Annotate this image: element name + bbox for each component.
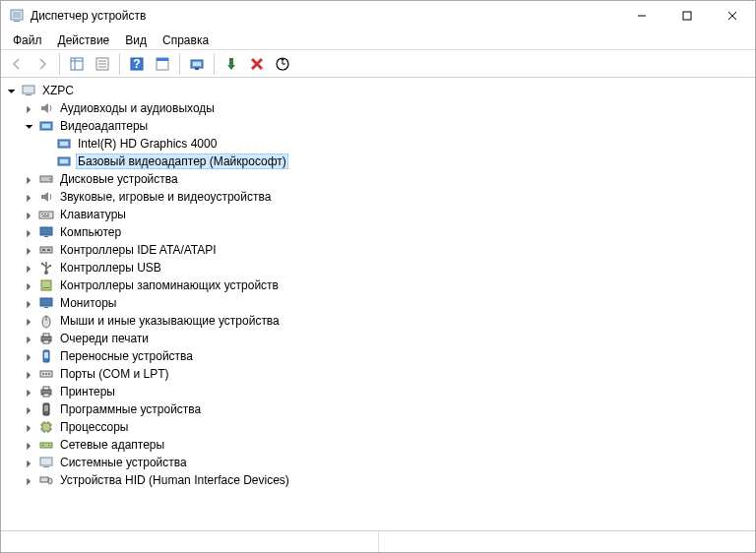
expand-icon[interactable]: ⏵ (23, 367, 36, 381)
svg-rect-51 (41, 280, 51, 290)
update-driver-button[interactable] (185, 52, 209, 76)
node-keyboard[interactable]: ⏵ Клавиатуры (5, 206, 755, 223)
node-video-msbasic[interactable]: ⏵ Базовый видеоадаптер (Майкрософт) (5, 153, 755, 170)
node-cpu[interactable]: ⏵ Процессоры (5, 418, 755, 436)
maximize-button[interactable] (664, 1, 710, 31)
tree-view[interactable]: ⏷ XZPC ⏵ Аудиовходы и аудиовыходы ⏷ Виде… (1, 78, 755, 530)
collapse-icon[interactable]: ⏷ (5, 84, 19, 97)
node-mouse[interactable]: ⏵ Мыши и иные указывающие устройства (5, 312, 755, 330)
window-title: Диспетчер устройств (31, 9, 146, 23)
svg-rect-81 (42, 445, 44, 446)
titlebar: Диспетчер устройств (1, 1, 755, 31)
expand-icon[interactable]: ⏵ (23, 172, 36, 186)
svg-rect-61 (44, 352, 48, 358)
expand-icon[interactable]: ⏵ (23, 208, 36, 221)
expand-icon[interactable]: ⏵ (23, 190, 36, 204)
node-label: Мониторы (58, 296, 118, 310)
svg-rect-42 (40, 247, 52, 253)
node-network[interactable]: ⏵ Сетевые адаптеры (5, 436, 755, 454)
show-hide-tree-button[interactable] (65, 52, 89, 76)
svg-rect-68 (43, 394, 49, 397)
expand-icon[interactable]: ⏵ (23, 473, 36, 487)
node-print-queue[interactable]: ⏵ Очереди печати (5, 330, 755, 347)
svg-rect-35 (39, 212, 53, 218)
node-ide[interactable]: ⏵ Контроллеры IDE ATA/ATAPI (5, 241, 755, 259)
svg-rect-82 (48, 445, 50, 446)
node-printers[interactable]: ⏵ Принтеры (5, 383, 755, 400)
node-ports[interactable]: ⏵ Порты (COM и LPT) (5, 365, 755, 383)
svg-rect-30 (60, 142, 68, 146)
node-label: Мыши и иные указывающие устройства (58, 314, 282, 328)
svg-rect-58 (43, 334, 49, 337)
expand-icon[interactable]: ⏵ (23, 385, 36, 399)
svg-point-86 (48, 478, 52, 484)
svg-rect-28 (42, 124, 50, 128)
expand-icon[interactable]: ⏵ (23, 402, 36, 416)
expand-icon[interactable]: ⏵ (23, 101, 36, 115)
svg-rect-7 (71, 58, 83, 70)
storage-icon (38, 277, 54, 293)
close-button[interactable] (710, 1, 755, 31)
node-label: Процессоры (58, 420, 131, 434)
speaker-icon (38, 189, 54, 205)
menu-action[interactable]: Действие (50, 31, 118, 49)
node-label: Компьютер (58, 225, 123, 239)
scan-hardware-button[interactable] (271, 52, 294, 76)
expand-icon[interactable]: ⏵ (23, 296, 36, 310)
node-system[interactable]: ⏵ Системные устройства (5, 454, 755, 471)
node-sound[interactable]: ⏵ Звуковые, игровые и видеоустройства (5, 188, 755, 206)
device-manager-window: Диспетчер устройств Файл Действие Вид Сп… (0, 0, 756, 553)
node-monitor[interactable]: ⏵ Мониторы (5, 294, 755, 312)
enable-device-button[interactable] (220, 52, 243, 76)
node-label: XZPC (40, 84, 76, 97)
uninstall-device-button[interactable] (245, 52, 269, 76)
expand-icon[interactable]: ⏵ (23, 332, 36, 345)
mouse-icon (38, 313, 54, 329)
expand-icon[interactable]: ⏵ (23, 314, 36, 328)
node-video[interactable]: ⏷ Видеоадаптеры (5, 117, 755, 135)
svg-rect-43 (42, 249, 45, 251)
node-computer[interactable]: ⏵ Компьютер (5, 223, 755, 241)
svg-rect-19 (193, 62, 201, 66)
display-adapter-icon (38, 118, 54, 134)
collapse-icon[interactable]: ⏷ (23, 119, 36, 133)
svg-rect-84 (43, 466, 49, 467)
svg-rect-70 (44, 405, 48, 411)
disk-icon (38, 171, 54, 187)
expand-icon[interactable]: ⏵ (23, 243, 36, 257)
menu-help[interactable]: Справка (155, 31, 217, 49)
expand-icon[interactable]: ⏵ (23, 420, 36, 434)
expand-icon[interactable]: ⏵ (23, 349, 36, 363)
expand-icon[interactable]: ⏵ (23, 261, 36, 275)
help-button[interactable]: ? (125, 52, 149, 76)
properties-button[interactable] (91, 52, 114, 76)
speaker-icon (38, 100, 54, 116)
expand-icon[interactable]: ⏵ (23, 278, 36, 292)
expand-icon[interactable]: ⏵ (23, 456, 36, 469)
node-label: Intel(R) HD Graphics 4000 (76, 137, 219, 151)
expand-icon[interactable]: ⏵ (23, 225, 36, 239)
action-button[interactable] (151, 52, 174, 76)
node-label: Устройства HID (Human Interface Devices) (58, 473, 291, 487)
software-icon (38, 401, 54, 417)
node-audio[interactable]: ⏵ Аудиовходы и аудиовыходы (5, 99, 755, 117)
forward-button[interactable] (31, 52, 54, 76)
svg-rect-20 (195, 68, 199, 70)
node-label: Звуковые, игровые и видеоустройства (58, 190, 273, 204)
node-portable[interactable]: ⏵ Переносные устройства (5, 347, 755, 365)
node-software[interactable]: ⏵ Программные устройства (5, 400, 755, 418)
monitor-icon (38, 224, 54, 240)
node-video-intel[interactable]: ⏵ Intel(R) HD Graphics 4000 (5, 135, 755, 153)
expand-icon[interactable]: ⏵ (23, 438, 36, 452)
node-usb[interactable]: ⏵ Контроллеры USB (5, 259, 755, 276)
node-storage[interactable]: ⏵ Контроллеры запоминающих устройств (5, 276, 755, 294)
svg-rect-17 (157, 58, 168, 61)
display-adapter-icon (56, 154, 72, 169)
node-hid[interactable]: ⏵ Устройства HID (Human Interface Device… (5, 471, 755, 489)
back-button[interactable] (5, 52, 29, 76)
node-disk[interactable]: ⏵ Дисковые устройства (5, 170, 755, 188)
menu-view[interactable]: Вид (117, 31, 155, 49)
menu-file[interactable]: Файл (5, 31, 50, 49)
tree-root[interactable]: ⏷ XZPC (5, 82, 755, 99)
minimize-button[interactable] (619, 1, 664, 31)
